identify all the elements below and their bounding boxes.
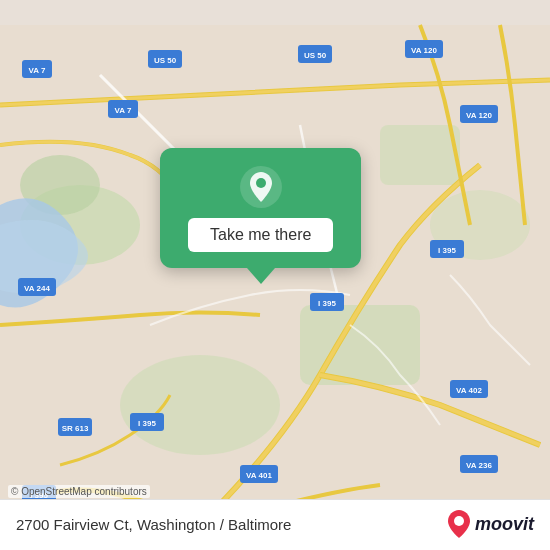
popup-tail — [247, 268, 275, 284]
svg-text:I 395: I 395 — [318, 299, 336, 308]
svg-text:I 395: I 395 — [438, 246, 456, 255]
map-popup: Take me there — [160, 148, 361, 284]
svg-text:VA 120: VA 120 — [411, 46, 437, 55]
svg-text:VA 7: VA 7 — [29, 66, 46, 75]
popup-box: Take me there — [160, 148, 361, 268]
svg-text:US 50: US 50 — [304, 51, 327, 60]
svg-rect-5 — [380, 125, 460, 185]
moovit-brand-text: moovit — [475, 514, 534, 535]
moovit-pin-icon — [447, 510, 471, 538]
svg-point-38 — [256, 178, 266, 188]
svg-point-4 — [120, 355, 280, 455]
svg-text:VA 120: VA 120 — [466, 111, 492, 120]
moovit-logo: moovit — [447, 510, 534, 538]
map-container: VA 7 US 50 US 50 VA 120 VA 120 VA 7 VA 2… — [0, 0, 550, 550]
location-pin-icon — [240, 166, 282, 208]
svg-text:US 50: US 50 — [154, 56, 177, 65]
bottom-bar: 2700 Fairview Ct, Washington / Baltimore… — [0, 499, 550, 550]
svg-text:I 395: I 395 — [138, 419, 156, 428]
svg-text:VA 401: VA 401 — [246, 471, 272, 480]
take-me-there-button[interactable]: Take me there — [188, 218, 333, 252]
svg-text:VA 244: VA 244 — [24, 284, 50, 293]
svg-point-39 — [454, 516, 464, 526]
copyright-text: © OpenStreetMap contributors — [8, 485, 150, 498]
address-text: 2700 Fairview Ct, Washington / Baltimore — [16, 516, 291, 533]
svg-text:SR 613: SR 613 — [62, 424, 89, 433]
svg-text:VA 402: VA 402 — [456, 386, 482, 395]
svg-text:VA 7: VA 7 — [115, 106, 132, 115]
svg-text:VA 236: VA 236 — [466, 461, 492, 470]
